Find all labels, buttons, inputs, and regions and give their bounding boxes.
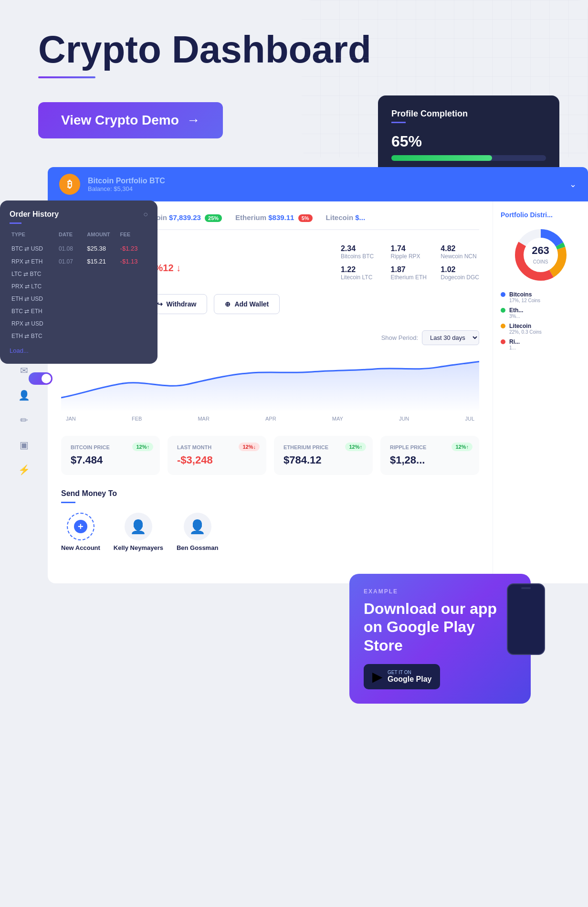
order-history-card: Order History ○ TYPE DATE AMOUNT FEE BTC…: [0, 200, 158, 364]
coin-grid: 2.34 Bitcoins BTC 1.74 Ripple RPX 4.82 N…: [341, 244, 479, 281]
price-card-etherium: 12%↑ ETHERIUM PRICE $784.12: [274, 436, 373, 475]
contact-name-new: New Account: [61, 544, 100, 551]
send-money-contacts: + New Account 👤 Kelly Neymayers 👤 Ben Go…: [61, 513, 479, 551]
legend-dot-eth: [501, 308, 505, 313]
price-card-badge-up: 12%↑: [452, 443, 472, 451]
table-row: PRX ⇄ LTC: [10, 280, 148, 293]
toggle-switch[interactable]: [29, 372, 52, 385]
contact-ben[interactable]: 👤 Ben Gossman: [177, 513, 218, 551]
nav-icon-mail[interactable]: ✉: [20, 365, 28, 376]
nav-icon-lightning[interactable]: ⚡: [18, 464, 30, 475]
tab-litecoin[interactable]: Litecoin $...: [326, 213, 366, 221]
price-card-badge-down: 12%↓: [239, 443, 260, 451]
list-item: 1.02 Dogecoin DGC: [441, 265, 479, 281]
send-money-title: Send Money To: [61, 489, 479, 498]
contact-name-kelly: Kelly Neymayers: [114, 544, 163, 551]
plus-icon: +: [74, 520, 87, 533]
list-item: Eth... 3%...: [501, 307, 580, 319]
add-contact-avatar: +: [67, 513, 94, 540]
list-item: Ri... 1...: [501, 338, 580, 350]
bitcoin-logo: ₿: [59, 174, 80, 195]
portfolio-distribution-panel: Portfolio Distri... 263 COINS: [493, 201, 588, 583]
price-cards: 12%↑ BITCOIN PRICE $7.484 12%↓ LAST MONT…: [61, 436, 479, 475]
google-play-banner: EXAMPLE Download our app on Google Play …: [349, 574, 531, 704]
chart-labels: JAN FEB MAR APR MAY JUN JUL: [61, 416, 479, 422]
order-table-header: TYPE DATE AMOUNT FEE: [10, 232, 148, 237]
dist-title: Portfolio Distri...: [501, 211, 580, 219]
order-history-close-icon[interactable]: ○: [143, 210, 148, 219]
contact-new-account[interactable]: + New Account: [61, 513, 100, 551]
legend-dot-ripple: [501, 339, 505, 344]
google-play-icon: ▶: [372, 669, 383, 685]
toggle-container: [29, 372, 52, 385]
distribution-legend: Bitcoins 17%, 12 Coins Eth... 3%... Lite…: [501, 291, 580, 350]
view-demo-button[interactable]: View Crypto Demo →: [38, 102, 223, 138]
list-item: 1.87 Etherium ETH: [391, 265, 430, 281]
arrow-icon: →: [187, 113, 200, 128]
list-item: Litecoin 22%, 0.3 Coins: [501, 323, 580, 335]
hero-title: Crypto Dashboard: [38, 29, 550, 71]
list-item: 2.34 Bitcoins BTC: [341, 244, 379, 260]
table-row: ETH ⇄ USD: [10, 293, 148, 305]
hero-underline: [38, 76, 95, 78]
list-item: 1.22 Litecoin LTC: [341, 265, 379, 281]
order-history-title: Order History: [10, 210, 59, 219]
portfolio-balance-label: Balance: $5,304: [88, 185, 165, 192]
google-play-button[interactable]: ▶ GET IT ON Google Play: [364, 664, 440, 689]
history-period-label: Show Period:: [381, 334, 418, 341]
portfolio-header: ₿ Bitcoin Portfolio BTC Balance: $5,304 …: [48, 167, 588, 201]
table-row: ETH ⇄ BTC: [10, 330, 148, 342]
phone-mockup: [507, 583, 545, 655]
portfolio-name: Bitcoin Portfolio BTC: [88, 177, 165, 185]
tab-badge-bitcoin: 25%: [205, 214, 222, 222]
add-wallet-icon: ⊕: [225, 300, 231, 308]
progress-bar-background: [391, 155, 546, 161]
chart-area: JAN FEB MAR APR MAY JUN JUL: [61, 355, 479, 422]
profile-card-title: Profile Completion: [391, 109, 546, 119]
legend-dot-bitcoin: [501, 292, 505, 297]
price-card-badge-up: 12%↑: [132, 443, 153, 451]
list-item: Bitcoins 17%, 12 Coins: [501, 291, 580, 303]
balance-change: %12 ↓: [155, 263, 181, 274]
legend-dot-litecoin: [501, 324, 505, 328]
nav-icon-edit[interactable]: ✏: [20, 414, 28, 426]
tab-badge-etherium: 5%: [298, 214, 313, 222]
list-item: 4.82 Newcoin NCN: [441, 244, 479, 260]
table-row: RPX ⇄ USD: [10, 317, 148, 330]
portfolio-dropdown-icon[interactable]: ⌄: [569, 179, 577, 190]
price-card-bitcoin: 12%↑ BITCOIN PRICE $7.484: [61, 436, 160, 475]
table-row: BTC ⇄ ETH: [10, 305, 148, 317]
table-row: BTC ⇄ USD 01.08 $25.38 -$1.23: [10, 242, 148, 255]
nav-icon-grid[interactable]: ▣: [20, 439, 29, 451]
banner-title: Download our app on Google Play Store: [364, 600, 516, 654]
load-more-button[interactable]: Load...: [10, 347, 148, 354]
banner-example-label: EXAMPLE: [364, 588, 516, 595]
add-wallet-button[interactable]: ⊕ Add Wallet: [214, 294, 280, 314]
contact-avatar-ben: 👤: [184, 513, 211, 540]
send-money-section: Send Money To + New Account 👤 Kelly Neym…: [61, 489, 479, 561]
table-row: LTC ⇄ BTC: [10, 268, 148, 280]
history-period-select[interactable]: Last 30 days: [422, 330, 479, 345]
table-row: RPX ⇄ ETH 01.07 $15.21 -$1.13: [10, 255, 148, 268]
profile-percent: 65%: [391, 133, 546, 150]
list-item: 1.74 Ripple RPX: [391, 244, 430, 260]
donut-center: 263 COINS: [532, 244, 549, 265]
nav-icon-users[interactable]: 👤: [18, 390, 30, 401]
tab-etherium[interactable]: Etherium $839.11 5%: [235, 213, 313, 221]
price-card-last-month: 12%↓ LAST MONTH -$3,248: [168, 436, 266, 475]
donut-chart: 263 COINS: [512, 226, 569, 284]
price-card-badge-up: 12%↑: [345, 443, 366, 451]
contact-name-ben: Ben Gossman: [177, 544, 218, 551]
history-period: Show Period: Last 30 days: [381, 330, 479, 345]
progress-bar-fill: [391, 155, 492, 161]
price-card-ripple: 12%↑ RIPPLE PRICE $1,28...: [380, 436, 479, 475]
contact-kelly[interactable]: 👤 Kelly Neymayers: [114, 513, 163, 551]
contact-avatar-kelly: 👤: [125, 513, 152, 540]
withdraw-icon: ↪: [157, 300, 163, 308]
portfolio-header-info: Bitcoin Portfolio BTC Balance: $5,304: [88, 177, 165, 192]
